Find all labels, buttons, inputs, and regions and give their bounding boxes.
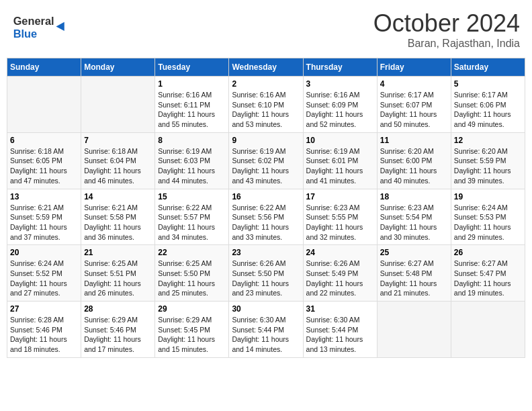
day-number: 18 — [380, 192, 448, 201]
day-number: 21 — [84, 248, 152, 257]
day-info: Sunrise: 6:16 AM Sunset: 6:10 PM Dayligh… — [232, 90, 300, 130]
calendar-week-row: 20Sunrise: 6:24 AM Sunset: 5:52 PM Dayli… — [7, 245, 525, 302]
location-subtitle: Baran, Rajasthan, India — [373, 38, 520, 50]
calendar-cell: 6Sunrise: 6:18 AM Sunset: 6:05 PM Daylig… — [7, 132, 81, 189]
day-info: Sunrise: 6:20 AM Sunset: 6:00 PM Dayligh… — [380, 146, 448, 186]
calendar-cell: 8Sunrise: 6:19 AM Sunset: 6:03 PM Daylig… — [155, 132, 229, 189]
day-header-friday: Friday — [377, 58, 451, 77]
calendar-cell: 13Sunrise: 6:21 AM Sunset: 5:59 PM Dayli… — [7, 189, 81, 245]
calendar-header-row: SundayMondayTuesdayWednesdayThursdayFrid… — [7, 58, 525, 77]
calendar-cell: 15Sunrise: 6:22 AM Sunset: 5:57 PM Dayli… — [155, 189, 229, 245]
calendar-cell: 11Sunrise: 6:20 AM Sunset: 6:00 PM Dayli… — [377, 132, 451, 189]
calendar-cell — [7, 77, 81, 133]
title-area: October 2024 Baran, Rajasthan, India — [373, 9, 520, 50]
day-info: Sunrise: 6:18 AM Sunset: 6:04 PM Dayligh… — [84, 146, 152, 186]
calendar-week-row: 1Sunrise: 6:16 AM Sunset: 6:11 PM Daylig… — [7, 77, 525, 133]
day-info: Sunrise: 6:25 AM Sunset: 5:50 PM Dayligh… — [158, 259, 226, 298]
day-number: 13 — [10, 192, 78, 201]
calendar-cell: 18Sunrise: 6:23 AM Sunset: 5:54 PM Dayli… — [377, 189, 451, 245]
day-number: 7 — [84, 136, 152, 145]
day-header-sunday: Sunday — [7, 58, 81, 77]
calendar-cell: 27Sunrise: 6:28 AM Sunset: 5:46 PM Dayli… — [7, 302, 81, 358]
day-info: Sunrise: 6:21 AM Sunset: 5:58 PM Dayligh… — [84, 203, 152, 242]
day-number: 10 — [306, 136, 374, 145]
svg-text:Blue: Blue — [13, 28, 37, 40]
calendar-week-row: 13Sunrise: 6:21 AM Sunset: 5:59 PM Dayli… — [7, 189, 525, 245]
day-number: 1 — [158, 79, 226, 89]
day-number: 14 — [84, 192, 152, 201]
calendar-cell: 29Sunrise: 6:29 AM Sunset: 5:45 PM Dayli… — [155, 302, 229, 358]
day-info: Sunrise: 6:16 AM Sunset: 6:09 PM Dayligh… — [306, 90, 374, 130]
day-header-thursday: Thursday — [303, 58, 377, 77]
calendar-cell: 5Sunrise: 6:17 AM Sunset: 6:06 PM Daylig… — [451, 77, 525, 133]
calendar-cell: 14Sunrise: 6:21 AM Sunset: 5:58 PM Dayli… — [81, 189, 155, 245]
day-info: Sunrise: 6:19 AM Sunset: 6:01 PM Dayligh… — [306, 146, 374, 186]
day-number: 30 — [232, 304, 300, 314]
day-info: Sunrise: 6:24 AM Sunset: 5:53 PM Dayligh… — [454, 203, 522, 242]
calendar-cell: 26Sunrise: 6:27 AM Sunset: 5:47 PM Dayli… — [451, 245, 525, 302]
day-info: Sunrise: 6:22 AM Sunset: 5:57 PM Dayligh… — [158, 203, 226, 242]
day-header-saturday: Saturday — [451, 58, 525, 77]
calendar-table: SundayMondayTuesdayWednesdayThursdayFrid… — [7, 58, 525, 358]
calendar-cell: 12Sunrise: 6:20 AM Sunset: 5:59 PM Dayli… — [451, 132, 525, 189]
svg-marker-2 — [56, 22, 64, 31]
day-info: Sunrise: 6:17 AM Sunset: 6:06 PM Dayligh… — [454, 90, 522, 130]
day-info: Sunrise: 6:25 AM Sunset: 5:51 PM Dayligh… — [84, 259, 152, 298]
day-number: 15 — [158, 192, 226, 201]
calendar-cell: 31Sunrise: 6:30 AM Sunset: 5:44 PM Dayli… — [303, 302, 377, 358]
day-info: Sunrise: 6:26 AM Sunset: 5:50 PM Dayligh… — [232, 259, 300, 298]
logo: General Blue — [12, 9, 73, 43]
calendar-cell: 16Sunrise: 6:22 AM Sunset: 5:56 PM Dayli… — [229, 189, 303, 245]
calendar-cell: 1Sunrise: 6:16 AM Sunset: 6:11 PM Daylig… — [155, 77, 229, 133]
day-info: Sunrise: 6:20 AM Sunset: 5:59 PM Dayligh… — [454, 146, 522, 186]
day-number: 28 — [84, 304, 152, 314]
calendar-cell: 7Sunrise: 6:18 AM Sunset: 6:04 PM Daylig… — [81, 132, 155, 189]
calendar-cell: 19Sunrise: 6:24 AM Sunset: 5:53 PM Dayli… — [451, 189, 525, 245]
day-info: Sunrise: 6:27 AM Sunset: 5:48 PM Dayligh… — [380, 259, 448, 298]
calendar-cell: 20Sunrise: 6:24 AM Sunset: 5:52 PM Dayli… — [7, 245, 81, 302]
calendar-cell: 28Sunrise: 6:29 AM Sunset: 5:46 PM Dayli… — [81, 302, 155, 358]
day-number: 20 — [10, 248, 78, 257]
calendar-cell — [377, 302, 451, 358]
day-info: Sunrise: 6:29 AM Sunset: 5:46 PM Dayligh… — [84, 315, 152, 355]
calendar-cell — [81, 77, 155, 133]
calendar-cell: 30Sunrise: 6:30 AM Sunset: 5:44 PM Dayli… — [229, 302, 303, 358]
calendar-cell: 24Sunrise: 6:26 AM Sunset: 5:49 PM Dayli… — [303, 245, 377, 302]
day-number: 25 — [380, 248, 448, 257]
day-info: Sunrise: 6:30 AM Sunset: 5:44 PM Dayligh… — [232, 315, 300, 355]
day-number: 9 — [232, 136, 300, 145]
calendar-cell: 22Sunrise: 6:25 AM Sunset: 5:50 PM Dayli… — [155, 245, 229, 302]
day-info: Sunrise: 6:27 AM Sunset: 5:47 PM Dayligh… — [454, 259, 522, 298]
day-number: 24 — [306, 248, 374, 257]
day-number: 26 — [454, 248, 522, 257]
day-number: 8 — [158, 136, 226, 145]
day-number: 19 — [454, 192, 522, 201]
day-info: Sunrise: 6:19 AM Sunset: 6:03 PM Dayligh… — [158, 146, 226, 186]
day-number: 2 — [232, 79, 300, 89]
day-number: 23 — [232, 248, 300, 257]
day-number: 31 — [306, 304, 374, 314]
day-number: 17 — [306, 192, 374, 201]
day-header-monday: Monday — [81, 58, 155, 77]
day-number: 12 — [454, 136, 522, 145]
day-info: Sunrise: 6:21 AM Sunset: 5:59 PM Dayligh… — [10, 203, 78, 242]
calendar-cell: 23Sunrise: 6:26 AM Sunset: 5:50 PM Dayli… — [229, 245, 303, 302]
day-header-tuesday: Tuesday — [155, 58, 229, 77]
calendar-cell: 10Sunrise: 6:19 AM Sunset: 6:01 PM Dayli… — [303, 132, 377, 189]
day-info: Sunrise: 6:19 AM Sunset: 6:02 PM Dayligh… — [232, 146, 300, 186]
day-info: Sunrise: 6:23 AM Sunset: 5:54 PM Dayligh… — [380, 203, 448, 242]
day-info: Sunrise: 6:23 AM Sunset: 5:55 PM Dayligh… — [306, 203, 374, 242]
day-info: Sunrise: 6:18 AM Sunset: 6:05 PM Dayligh… — [10, 146, 78, 186]
day-number: 3 — [306, 79, 374, 89]
day-number: 27 — [10, 304, 78, 314]
day-number: 4 — [380, 79, 448, 89]
day-number: 16 — [232, 192, 300, 201]
calendar-cell: 9Sunrise: 6:19 AM Sunset: 6:02 PM Daylig… — [229, 132, 303, 189]
calendar-cell: 25Sunrise: 6:27 AM Sunset: 5:48 PM Dayli… — [377, 245, 451, 302]
day-number: 6 — [10, 136, 78, 145]
calendar-cell: 17Sunrise: 6:23 AM Sunset: 5:55 PM Dayli… — [303, 189, 377, 245]
calendar-cell — [451, 302, 525, 358]
day-info: Sunrise: 6:24 AM Sunset: 5:52 PM Dayligh… — [10, 259, 78, 298]
calendar-week-row: 27Sunrise: 6:28 AM Sunset: 5:46 PM Dayli… — [7, 302, 525, 358]
calendar-cell: 21Sunrise: 6:25 AM Sunset: 5:51 PM Dayli… — [81, 245, 155, 302]
